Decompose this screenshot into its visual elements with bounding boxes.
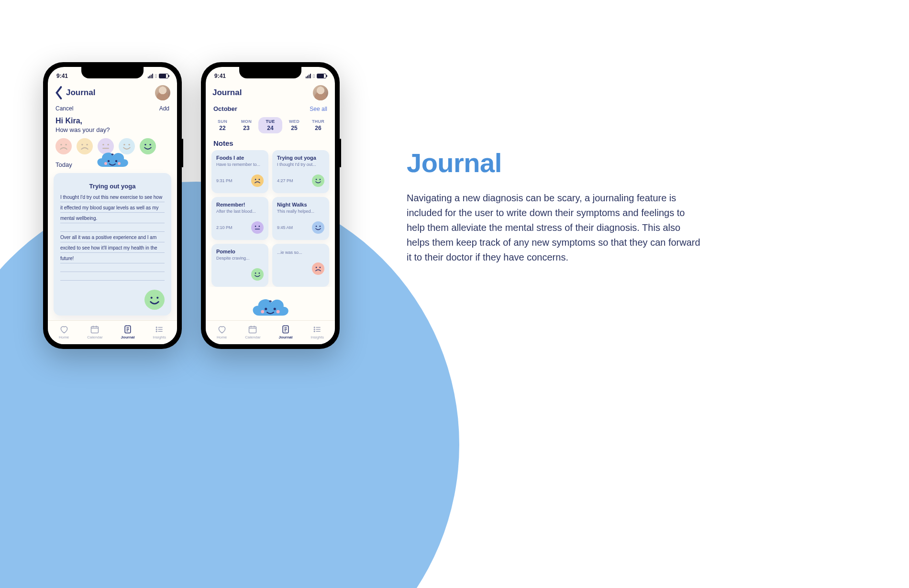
nav-journal[interactable]: Journal xyxy=(121,325,135,339)
cloud-mascot-icon xyxy=(94,148,131,173)
nav-label: Insights xyxy=(153,335,166,339)
nav-label: Home xyxy=(59,335,69,339)
cloud-mascot-icon xyxy=(249,294,292,320)
notch xyxy=(81,67,144,78)
day-of-week: MON xyxy=(234,119,258,124)
svg-point-24 xyxy=(156,327,157,328)
svg-point-41 xyxy=(259,272,260,274)
svg-point-36 xyxy=(312,221,324,234)
note-card[interactable]: Trying out yoga I thought I'd try out...… xyxy=(272,150,329,193)
see-all-link[interactable]: See all xyxy=(310,106,327,112)
note-excerpt: After the last blood... xyxy=(216,209,264,214)
add-button[interactable]: Add xyxy=(159,105,169,112)
entry-mood-icon xyxy=(144,290,165,310)
svg-point-34 xyxy=(255,226,256,227)
note-card[interactable]: ...ie was so... xyxy=(272,244,329,287)
nav-home[interactable]: Home xyxy=(217,325,227,339)
phone-frame-2: 9:41 􀙇 Journal October See all SUN22MON2… xyxy=(201,62,340,349)
calendar-day[interactable]: TUE24 xyxy=(258,117,282,133)
note-excerpt: Despite craving... xyxy=(216,256,264,261)
entry-line: future! xyxy=(60,255,165,263)
entry-line: it effected my blood sugar levels as wel… xyxy=(60,204,165,213)
page-title: Journal xyxy=(66,88,95,98)
svg-point-21 xyxy=(156,297,158,299)
nav-label: Journal xyxy=(279,335,293,339)
calendar-day[interactable]: SUN22 xyxy=(211,117,234,133)
day-number: 26 xyxy=(306,125,330,131)
cancel-button[interactable]: Cancel xyxy=(55,105,73,112)
wifi-icon: 􀙇 xyxy=(313,73,315,79)
svg-point-13 xyxy=(144,144,146,145)
svg-point-26 xyxy=(156,331,157,332)
journal-entry-card[interactable]: Trying out yoga I thought I'd try out th… xyxy=(54,173,171,316)
avatar[interactable] xyxy=(155,85,170,100)
svg-point-14 xyxy=(149,144,151,145)
bottom-nav: Home Calendar Journal Insights xyxy=(48,320,177,344)
day-of-week: THUR xyxy=(306,119,330,124)
note-card[interactable]: Remember! After the last blood... 2:10 P… xyxy=(211,197,268,240)
avatar[interactable] xyxy=(313,85,328,100)
nav-home[interactable]: Home xyxy=(59,325,69,339)
note-card[interactable]: Night Walks This really helped... 9:45 A… xyxy=(272,197,329,240)
svg-point-15 xyxy=(108,160,110,162)
entry-line: Over all it was a positive experience an… xyxy=(60,234,165,242)
svg-point-46 xyxy=(274,308,276,310)
note-title: Remember! xyxy=(216,202,264,207)
nav-label: Home xyxy=(217,335,227,339)
mood-option[interactable] xyxy=(55,138,72,154)
svg-rect-49 xyxy=(249,327,256,333)
nav-insights[interactable]: Insights xyxy=(153,325,166,339)
nav-insights[interactable]: Insights xyxy=(310,325,324,339)
mood-option[interactable] xyxy=(77,138,93,154)
mood-option[interactable] xyxy=(140,138,156,154)
entry-line: I thought I'd try out this new exercise … xyxy=(60,194,165,202)
svg-point-12 xyxy=(140,138,156,154)
nav-label: Insights xyxy=(310,335,324,339)
note-time: 4:27 PM xyxy=(277,178,293,183)
svg-point-51 xyxy=(314,327,315,328)
svg-point-16 xyxy=(115,160,117,162)
note-mood-icon xyxy=(251,174,264,187)
screen-journal-list: 9:41 􀙇 Journal October See all SUN22MON2… xyxy=(206,67,335,344)
note-mood-icon xyxy=(251,221,264,234)
note-time: 9:31 PM xyxy=(216,178,233,183)
svg-point-3 xyxy=(77,138,93,154)
day-number: 24 xyxy=(258,125,282,131)
svg-point-10 xyxy=(123,144,125,145)
note-title: Trying out yoga xyxy=(277,155,324,161)
note-card[interactable]: Foods I ate Have to remember to... 9:31 … xyxy=(211,150,268,193)
day-number: 25 xyxy=(282,125,306,131)
greeting-name: Hi Kira, xyxy=(55,117,169,125)
svg-point-4 xyxy=(81,144,83,145)
calendar-day[interactable]: THUR26 xyxy=(306,117,330,133)
svg-point-8 xyxy=(107,144,109,145)
svg-point-27 xyxy=(251,174,264,187)
note-time: 2:10 PM xyxy=(216,225,233,230)
calendar-day[interactable]: WED25 xyxy=(282,117,306,133)
svg-point-30 xyxy=(312,174,324,187)
svg-point-17 xyxy=(104,162,107,165)
note-title: Foods I ate xyxy=(216,155,264,161)
svg-point-33 xyxy=(251,221,264,234)
nav-calendar[interactable]: Calendar xyxy=(87,325,102,339)
nav-label: Calendar xyxy=(245,335,260,339)
svg-point-11 xyxy=(128,144,130,145)
back-chevron-icon[interactable] xyxy=(55,88,63,97)
calendar-day[interactable]: MON23 xyxy=(234,117,258,133)
svg-point-35 xyxy=(259,226,260,227)
note-excerpt: Have to remember to... xyxy=(216,162,264,167)
nav-calendar[interactable]: Calendar xyxy=(245,325,260,339)
nav-label: Journal xyxy=(121,335,135,339)
svg-point-25 xyxy=(156,329,157,330)
svg-point-28 xyxy=(255,179,256,180)
month-label: October xyxy=(213,105,237,112)
status-time: 9:41 xyxy=(56,73,68,79)
day-of-week: TUE xyxy=(258,119,282,124)
note-mood-icon xyxy=(312,262,324,275)
svg-point-45 xyxy=(265,308,267,310)
nav-journal[interactable]: Journal xyxy=(279,325,293,339)
note-card[interactable]: Pomelo Despite craving... xyxy=(211,244,268,287)
note-mood-icon xyxy=(251,268,264,281)
note-excerpt: I thought I'd try out... xyxy=(277,162,324,167)
notch xyxy=(239,67,301,78)
